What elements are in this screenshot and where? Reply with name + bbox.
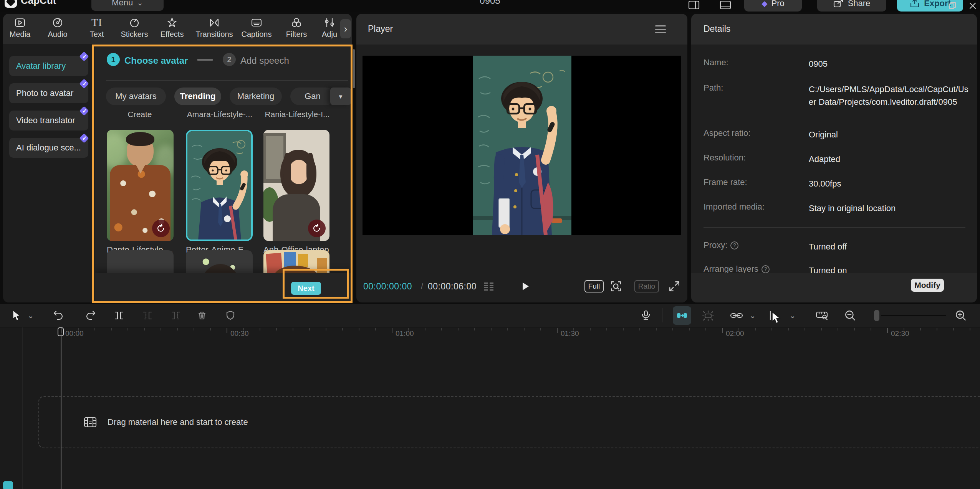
divider <box>662 308 662 322</box>
ruler-minor-tick <box>871 328 871 330</box>
link-tool-chevron-icon[interactable]: ⌄ <box>747 309 759 322</box>
pro-button[interactable]: ◆ Pro <box>744 0 802 12</box>
audio-icon <box>52 17 63 28</box>
tab-audio[interactable]: Audio <box>36 17 79 39</box>
refresh-avatar-button[interactable] <box>152 220 170 237</box>
timeline-ruler[interactable]: 00:0000:3001:0001:3002:0002:30 <box>0 327 980 342</box>
playhead-handle[interactable] <box>58 327 64 336</box>
media-dropzone[interactable]: Drag material here and start to create <box>38 396 980 448</box>
chevron-down-icon: ▼ <box>338 93 344 100</box>
ruler-minor-tick <box>771 328 772 330</box>
record-voiceover-button[interactable] <box>640 309 652 322</box>
avatar-card-potter-selected[interactable] <box>186 130 253 241</box>
split-button[interactable] <box>113 309 125 322</box>
modify-button[interactable]: Modify <box>911 279 944 292</box>
step-2-label: Add speech <box>240 55 289 66</box>
ruler-minor-tick <box>210 328 211 330</box>
tab-media[interactable]: Media <box>3 17 41 39</box>
player-panel: Player <box>356 14 687 302</box>
mask-shield-button[interactable] <box>224 309 237 322</box>
sidebar-item-ai-dialogue[interactable]: AI dialogue sce... ✓ <box>9 138 88 158</box>
preview-axis-chevron-icon[interactable]: ⌄ <box>786 309 799 322</box>
layout-right-panel-icon[interactable] <box>688 0 700 10</box>
link-clips-button[interactable] <box>728 309 745 322</box>
auto-snap-button-active[interactable] <box>673 306 691 325</box>
zoom-in-button[interactable] <box>955 309 967 322</box>
toolbar-more-button[interactable]: › <box>340 19 351 38</box>
divider <box>704 227 965 228</box>
player-menu-icon[interactable] <box>655 25 666 33</box>
tab-transitions[interactable]: Transitions <box>193 17 235 39</box>
ruler-minor-tick <box>491 328 492 330</box>
select-tool-chevron-icon[interactable]: ⌄ <box>25 309 37 322</box>
player-stage <box>363 56 681 235</box>
tab-marketing[interactable]: Marketing <box>230 88 282 105</box>
delete-right-button[interactable] <box>170 309 182 322</box>
undo-button[interactable] <box>52 309 65 322</box>
info-icon[interactable]: ? <box>730 241 738 249</box>
details-panel: Details Name: 0905 Path: C:/Users/PMLS/A… <box>691 14 977 302</box>
row-caption-rania: Rania-Lifestyle-I... <box>263 110 331 119</box>
tab-my-avatars[interactable]: My avatars <box>106 88 166 105</box>
playhead-line[interactable] <box>61 327 61 489</box>
ruler-minor-tick <box>144 328 145 330</box>
sidebar-item-avatar-library[interactable]: Avatar library ✓ <box>9 56 88 76</box>
full-button[interactable]: Full <box>584 280 604 292</box>
magnetic-main-track-button[interactable] <box>700 309 717 322</box>
frame-preview-icon[interactable] <box>483 281 495 292</box>
ruler-label: 02:00 <box>726 329 744 338</box>
select-tool-button[interactable] <box>10 309 22 322</box>
avatar-card-dante[interactable] <box>107 130 174 241</box>
refresh-icon <box>156 223 166 233</box>
ruler-minor-tick <box>788 328 789 330</box>
redo-button[interactable] <box>84 309 97 322</box>
avatar-card-anh[interactable] <box>263 130 329 241</box>
refresh-icon <box>312 223 322 233</box>
sidebar-item-video-translator[interactable]: Video translator ✓ <box>9 111 88 131</box>
ruler-minor-tick <box>177 328 178 330</box>
detail-value: Turned off <box>809 240 970 253</box>
ratio-button[interactable]: Ratio <box>634 280 659 292</box>
ruler-minor-tick <box>276 328 277 330</box>
title-bar: CapCut Menu ⌄ 0905 ◆ Pro Share Export <box>0 0 980 12</box>
timeline-zoom-slider[interactable] <box>881 315 946 316</box>
preview-focus-icon[interactable] <box>610 280 622 292</box>
panel-scrollbar[interactable] <box>353 49 355 88</box>
tab-gaming[interactable]: Gan <box>290 88 335 105</box>
captions-icon <box>251 17 262 28</box>
ruler-minor-tick <box>854 328 855 330</box>
restore-window-icon[interactable] <box>948 1 958 11</box>
zoom-to-fit-button[interactable] <box>813 309 831 322</box>
detail-value: 30.00fps <box>809 177 970 190</box>
player-title: Player <box>368 24 393 34</box>
details-title: Details <box>704 24 730 34</box>
timeline-area[interactable]: 00:0000:3001:0001:3002:0002:30 Drag mate… <box>0 327 980 489</box>
tab-captions[interactable]: Captions <box>235 17 278 39</box>
tab-effects[interactable]: Effects <box>151 17 193 39</box>
info-icon[interactable]: ? <box>761 265 770 273</box>
fullscreen-icon[interactable] <box>668 280 680 292</box>
ruler-minor-tick <box>326 328 326 330</box>
tabs-more-button[interactable]: ▼ <box>330 88 351 105</box>
media-library-block: Media Audio TI Text Stickers Effects Tra… <box>3 14 352 302</box>
tab-text[interactable]: TI Text <box>76 17 118 39</box>
layout-bottom-panel-icon[interactable] <box>720 0 731 10</box>
ruler-minor-tick <box>458 328 459 330</box>
preview-axis-button[interactable] <box>767 309 780 322</box>
tab-stickers[interactable]: Stickers <box>113 17 156 39</box>
timeline-zoom-handle[interactable] <box>874 310 879 321</box>
tab-trending[interactable]: Trending <box>174 88 221 105</box>
delete-button[interactable] <box>196 309 208 322</box>
sidebar-item-photo-to-avatar[interactable]: Photo to avatar ✓ <box>9 83 88 103</box>
close-icon[interactable] <box>968 1 978 11</box>
ruler-minor-tick <box>838 328 838 330</box>
ruler-minor-tick <box>705 328 706 330</box>
next-button[interactable]: Next <box>291 282 321 295</box>
refresh-avatar-button[interactable] <box>308 220 326 237</box>
play-button[interactable] <box>519 280 531 292</box>
zoom-out-button[interactable] <box>844 309 856 322</box>
ruler-minor-tick <box>689 328 690 330</box>
ruler-minor-tick <box>590 328 591 330</box>
delete-left-button[interactable] <box>141 309 154 322</box>
share-button[interactable]: Share <box>817 0 886 12</box>
